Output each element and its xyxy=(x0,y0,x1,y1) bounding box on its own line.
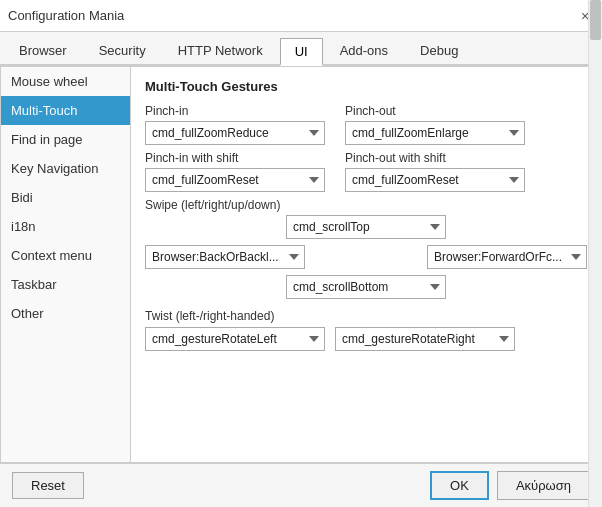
tab-ui[interactable]: UI xyxy=(280,38,323,66)
tab-security[interactable]: Security xyxy=(84,36,161,64)
swipe-top-select[interactable]: cmd_scrollTop xyxy=(286,215,446,239)
tab-browser[interactable]: Browser xyxy=(4,36,82,64)
swipe-left-select[interactable]: Browser:BackOrBackl... xyxy=(145,245,305,269)
swipe-label: Swipe (left/right/up/down) xyxy=(145,198,587,212)
cancel-button[interactable]: Ακύρωση xyxy=(497,471,590,500)
pinch-in-shift-label: Pinch-in with shift xyxy=(145,151,325,165)
pinch-in-select[interactable]: cmd_fullZoomReduce xyxy=(145,121,325,145)
scrollbar[interactable] xyxy=(588,66,602,463)
pinch-in-col: Pinch-in cmd_fullZoomReduce xyxy=(145,104,325,145)
sidebar-item-mousewheel[interactable]: Mouse wheel xyxy=(1,67,130,96)
sidebar-item-multitouch[interactable]: Multi-Touch xyxy=(1,96,130,125)
twist-section: Twist (left-/right-handed) cmd_gestureRo… xyxy=(145,309,587,351)
pinch-out-shift-col: Pinch-out with shift cmd_fullZoomReset xyxy=(345,151,525,192)
tab-bar: Browser Security HTTP Network UI Add-ons… xyxy=(0,32,602,66)
swipe-section: Swipe (left/right/up/down) cmd_scrollTop… xyxy=(145,198,587,299)
pinch-out-select[interactable]: cmd_fullZoomEnlarge xyxy=(345,121,525,145)
twist-left-select[interactable]: cmd_gestureRotateLeft xyxy=(145,327,325,351)
pinch-in-shift-col: Pinch-in with shift cmd_fullZoomReset xyxy=(145,151,325,192)
section-title: Multi-Touch Gestures xyxy=(145,79,587,94)
pinch-out-label: Pinch-out xyxy=(345,104,525,118)
bottom-bar: Reset OK Ακύρωση xyxy=(0,463,602,507)
sidebar-item-findinpage[interactable]: Find in page xyxy=(1,125,130,154)
tab-addons[interactable]: Add-ons xyxy=(325,36,403,64)
pinch-out-shift-select[interactable]: cmd_fullZoomReset xyxy=(345,168,525,192)
tab-debug[interactable]: Debug xyxy=(405,36,473,64)
sidebar-item-keynavigation[interactable]: Key Navigation xyxy=(1,154,130,183)
swipe-bottom-select[interactable]: cmd_scrollBottom xyxy=(286,275,446,299)
pinch-in-label: Pinch-in xyxy=(145,104,325,118)
sidebar-item-i18n[interactable]: i18n xyxy=(1,212,130,241)
pinch-row-1: Pinch-in cmd_fullZoomReduce Pinch-out cm… xyxy=(145,104,587,145)
pinch-in-shift-select[interactable]: cmd_fullZoomReset xyxy=(145,168,325,192)
tab-http-network[interactable]: HTTP Network xyxy=(163,36,278,64)
sidebar-item-other[interactable]: Other xyxy=(1,299,130,328)
swipe-right-select[interactable]: Browser:ForwardOrFc... xyxy=(427,245,587,269)
content-panel: Multi-Touch Gestures Pinch-in cmd_fullZo… xyxy=(131,67,601,462)
sidebar: Mouse wheel Multi-Touch Find in page Key… xyxy=(1,67,131,462)
app-title: Configuration Mania xyxy=(8,8,124,23)
ok-button[interactable]: OK xyxy=(430,471,489,500)
twist-label: Twist (left-/right-handed) xyxy=(145,309,587,323)
pinch-out-col: Pinch-out cmd_fullZoomEnlarge xyxy=(345,104,525,145)
reset-button[interactable]: Reset xyxy=(12,472,84,499)
title-bar: Configuration Mania × xyxy=(0,0,602,32)
sidebar-item-taskbar[interactable]: Taskbar xyxy=(1,270,130,299)
pinch-row-2: Pinch-in with shift cmd_fullZoomReset Pi… xyxy=(145,151,587,192)
pinch-out-shift-label: Pinch-out with shift xyxy=(345,151,525,165)
twist-right-select[interactable]: cmd_gestureRotateRight xyxy=(335,327,515,351)
sidebar-item-contextmenu[interactable]: Context menu xyxy=(1,241,130,270)
sidebar-item-bidi[interactable]: Bidi xyxy=(1,183,130,212)
main-content: Mouse wheel Multi-Touch Find in page Key… xyxy=(0,66,602,463)
